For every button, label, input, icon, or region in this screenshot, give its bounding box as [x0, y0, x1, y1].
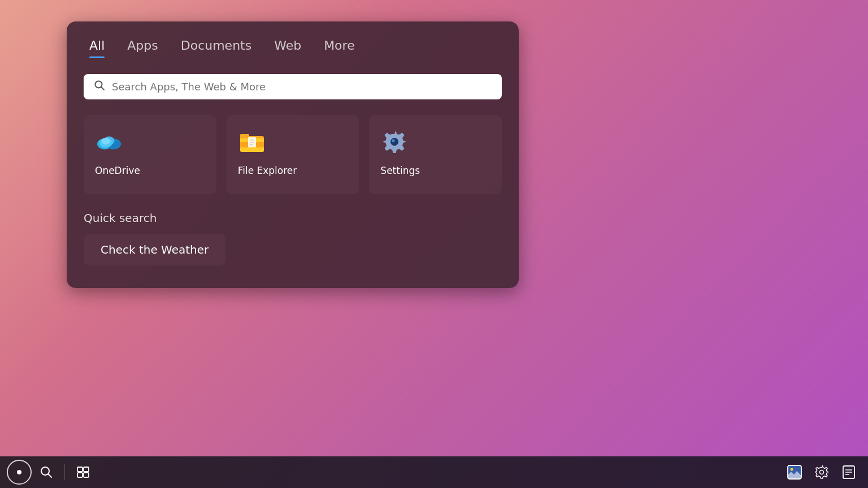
search-panel: All Apps Documents Web More: [67, 21, 519, 288]
search-box: [84, 74, 502, 99]
file-explorer-label: File Explorer: [238, 165, 297, 176]
quick-search-section: Quick search Check the Weather: [84, 211, 502, 265]
settings-icon: [380, 128, 409, 156]
taskbar-right: [782, 460, 861, 485]
svg-point-6: [102, 138, 110, 145]
taskbar-settings-button[interactable]: [809, 460, 834, 485]
taskbar-photos-button[interactable]: [782, 460, 807, 485]
app-tile-settings[interactable]: Settings: [369, 115, 502, 194]
svg-point-16: [392, 140, 395, 142]
tab-web[interactable]: Web: [274, 38, 301, 58]
app-tiles: OneDrive: [84, 115, 502, 194]
svg-rect-20: [84, 467, 89, 472]
tab-apps[interactable]: Apps: [127, 38, 158, 58]
taskbar-divider: [64, 464, 65, 480]
check-weather-button[interactable]: Check the Weather: [84, 234, 225, 265]
file-explorer-icon: [238, 128, 266, 156]
tab-documents[interactable]: Documents: [181, 38, 251, 58]
search-input[interactable]: [112, 81, 492, 93]
svg-line-1: [101, 87, 104, 90]
svg-rect-8: [240, 134, 249, 138]
taskbar: [0, 456, 868, 488]
svg-rect-21: [77, 473, 83, 477]
start-button[interactable]: [7, 460, 32, 485]
svg-rect-22: [84, 473, 89, 477]
start-button-dot: [17, 470, 21, 474]
taskbar-search-button[interactable]: [34, 460, 59, 485]
svg-point-24: [791, 468, 793, 471]
svg-point-25: [820, 470, 824, 474]
tab-all[interactable]: All: [89, 38, 105, 58]
search-icon: [94, 80, 105, 94]
svg-rect-12: [250, 140, 254, 141]
svg-line-18: [49, 474, 52, 478]
app-tile-file-explorer[interactable]: File Explorer: [227, 115, 359, 194]
svg-rect-14: [250, 144, 253, 145]
svg-rect-19: [77, 467, 83, 472]
quick-search-heading: Quick search: [84, 211, 502, 225]
svg-point-15: [390, 138, 398, 146]
app-tile-onedrive[interactable]: OneDrive: [84, 115, 216, 194]
tab-more[interactable]: More: [324, 38, 355, 58]
taskbar-file-button[interactable]: [836, 460, 861, 485]
taskbar-task-view-button[interactable]: [71, 460, 96, 485]
onedrive-icon: [95, 128, 123, 156]
onedrive-label: OneDrive: [95, 165, 140, 176]
tab-bar: All Apps Documents Web More: [84, 38, 502, 58]
svg-rect-13: [250, 142, 254, 143]
start-button-circle: [7, 460, 32, 485]
settings-label: Settings: [380, 165, 420, 176]
